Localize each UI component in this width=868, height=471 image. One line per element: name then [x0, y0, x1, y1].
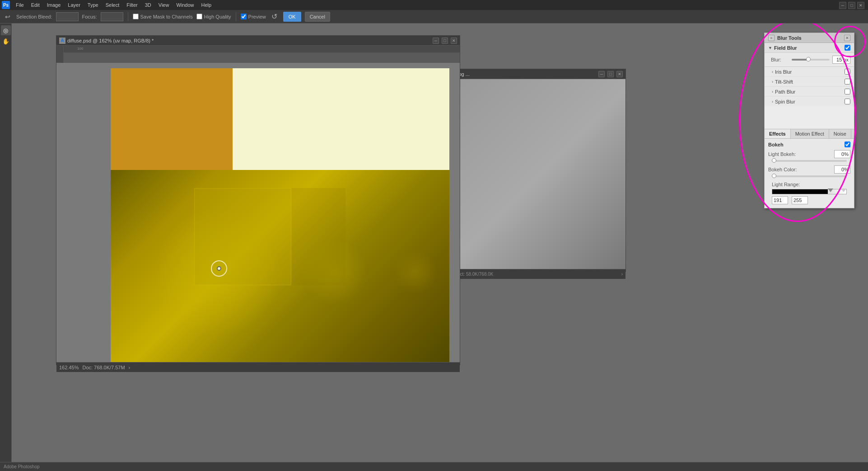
spin-cursor — [211, 260, 227, 277]
tool-hand[interactable]: ✋ — [1, 36, 11, 46]
tool-options-icon[interactable]: ↩ — [3, 12, 13, 22]
bg-doc-maximize[interactable]: □ — [607, 71, 614, 77]
bokeh-color-slider[interactable] — [772, 175, 847, 177]
menu-filter[interactable]: Filter — [123, 1, 140, 9]
light-range-bar[interactable] — [772, 189, 847, 194]
blur-panel-collapse[interactable]: « — [768, 35, 775, 41]
blur-slider-fill — [792, 59, 807, 61]
img-orange — [111, 68, 233, 170]
minimize-btn[interactable]: ─ — [839, 2, 846, 9]
tool-blur[interactable]: ◎ — [1, 25, 11, 35]
light-bokeh-label: Light Bokeh: — [768, 151, 832, 157]
menu-edit[interactable]: Edit — [28, 1, 43, 9]
undo-icon[interactable]: ↺ — [270, 12, 280, 22]
field-blur-arrow[interactable]: ▼ — [768, 46, 772, 50]
bg-doc-content — [455, 79, 625, 269]
preview-checkbox[interactable] — [241, 14, 247, 19]
tilt-shift-arrow[interactable]: › — [772, 80, 773, 84]
menu-window[interactable]: Window — [173, 1, 197, 9]
sep2 — [236, 12, 236, 21]
app-logo: Ps — [2, 1, 10, 9]
bg-doc-minimize[interactable]: ─ — [598, 71, 605, 77]
tab-motion-effect[interactable]: Motion Effect — [791, 129, 829, 138]
light-bokeh-thumb[interactable] — [772, 158, 776, 163]
tab-effects[interactable]: Effects — [765, 129, 791, 138]
blur-panel-close[interactable]: ✕ — [844, 35, 850, 41]
light-range-left-thumb[interactable] — [828, 188, 833, 192]
field-blur-checkbox[interactable] — [845, 45, 850, 51]
blur-value-input[interactable] — [832, 56, 850, 64]
background-doc-window: jpg ... ─ □ ✕ oct: 58.0K/768.0K › — [454, 69, 626, 272]
iris-blur-checkbox[interactable] — [845, 69, 850, 75]
bg-doc-close[interactable]: ✕ — [616, 71, 623, 77]
blur-value-row: Blur: — [765, 53, 854, 66]
light-range-max-input[interactable] — [792, 196, 808, 204]
doc-title: diffuse.psd @ 162% (uv map, RGB/8) * — [67, 38, 430, 43]
tilt-shift-title: Tilt-Shift — [775, 79, 843, 85]
bg-doc-canvas: oct: 58.0K/768.0K › — [455, 79, 625, 279]
ok-button[interactable]: OK — [283, 12, 301, 22]
doc-icon: A — [59, 38, 65, 44]
path-blur-arrow[interactable]: › — [772, 89, 773, 94]
save-mask-checkbox[interactable] — [133, 14, 139, 19]
iris-blur-title: Iris Blur — [775, 69, 843, 75]
menu-view[interactable]: View — [155, 1, 173, 9]
window-controls: ─ □ ✕ — [839, 2, 864, 9]
menu-3d[interactable]: 3D — [142, 1, 154, 9]
canvas-area[interactable]: 162.45% Doc: 768.0K/7.57M › — [56, 63, 460, 372]
doc-close[interactable]: ✕ — [451, 38, 457, 44]
doc-titlebar: A diffuse.psd @ 162% (uv map, RGB/8) * ─… — [56, 36, 460, 46]
menu-help[interactable]: Help — [198, 1, 215, 9]
selection-bleed-label: Selection Bleed: — [16, 14, 52, 19]
spin-blur-arrow[interactable]: › — [772, 99, 773, 104]
menu-file[interactable]: File — [13, 1, 27, 9]
light-range-right-thumb[interactable] — [841, 188, 846, 192]
save-mask-label: Save Mask to Channels — [140, 14, 193, 19]
menu-bar: Ps File Edit Image Layer Type Select Fil… — [0, 0, 868, 10]
menu-layer[interactable]: Layer — [65, 1, 84, 9]
light-bokeh-slider[interactable] — [772, 160, 847, 162]
menu-type[interactable]: Type — [84, 1, 102, 9]
img-metallic — [111, 170, 449, 367]
status-text: Adobe Photoshop — [4, 464, 40, 469]
path-blur-section: › Path Blur — [765, 87, 854, 97]
spin-blur-checkbox[interactable] — [845, 99, 850, 104]
canvas-content — [111, 68, 449, 367]
doc-maximize[interactable]: □ — [442, 38, 448, 44]
menu-select[interactable]: Select — [103, 1, 123, 9]
menu-image[interactable]: Image — [44, 1, 64, 9]
effects-section: Effects Motion Effect Noise Bokeh Light … — [765, 129, 854, 208]
field-blur-title: Field Blur — [774, 45, 843, 51]
sep1 — [128, 12, 128, 21]
bokeh-color-thumb[interactable] — [772, 174, 776, 178]
canvas-statusbar: 162.45% Doc: 768.0K/7.57M › — [56, 362, 460, 372]
options-toolbar: ↩ Selection Bleed: Focus: Save Mask to C… — [0, 10, 868, 24]
field-blur-header: ▼ Field Blur — [765, 43, 854, 53]
bokeh-title: Bokeh — [768, 142, 845, 147]
blur-slider-thumb[interactable] — [806, 57, 811, 61]
cancel-button[interactable]: Cancel — [305, 12, 330, 22]
bokeh-checkbox[interactable] — [845, 141, 850, 147]
metal-texture — [111, 170, 449, 367]
light-range-min-input[interactable] — [772, 196, 788, 204]
tilt-shift-checkbox[interactable] — [845, 79, 850, 85]
bg-doc-titlebar: jpg ... ─ □ ✕ — [455, 69, 625, 79]
path-blur-checkbox[interactable] — [845, 89, 850, 94]
iris-blur-arrow[interactable]: › — [772, 70, 773, 74]
tab-noise[interactable]: Noise — [829, 129, 851, 138]
selection-bleed-input[interactable] — [56, 12, 79, 21]
status-bar: Adobe Photoshop — [0, 462, 868, 471]
high-quality-checkbox[interactable] — [196, 14, 202, 19]
metal-rect-1 — [194, 188, 291, 285]
light-bokeh-value[interactable] — [834, 150, 850, 158]
path-blur-title: Path Blur — [775, 89, 843, 94]
doc-minimize[interactable]: ─ — [433, 38, 439, 44]
focus-input[interactable] — [101, 12, 123, 21]
maximize-btn[interactable]: □ — [848, 2, 855, 9]
close-btn[interactable]: ✕ — [857, 2, 864, 9]
light-range-label: Light Range: — [768, 181, 850, 188]
bokeh-color-value[interactable] — [834, 165, 850, 174]
ruler-num: 100 — [77, 47, 83, 51]
blur-slider[interactable] — [792, 59, 830, 61]
main-doc-window: A diffuse.psd @ 162% (uv map, RGB/8) * ─… — [56, 35, 460, 365]
